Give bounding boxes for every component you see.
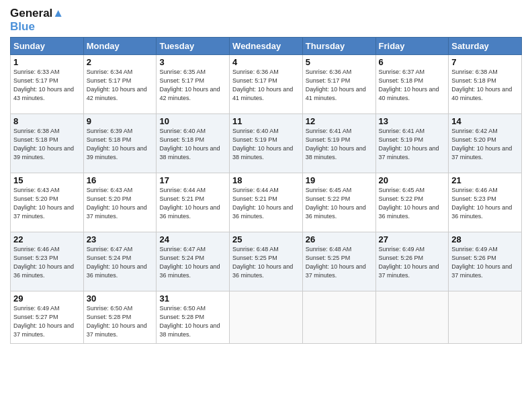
day-info: Sunrise: 6:45 AMSunset: 5:22 PMDaylight:… [379,186,446,221]
day-info: Sunrise: 6:34 AMSunset: 5:17 PMDaylight:… [87,68,154,103]
weekday-header: Saturday [449,38,522,55]
day-info: Sunrise: 6:47 AMSunset: 5:24 PMDaylight:… [159,245,226,280]
day-number: 17 [159,175,226,185]
day-info: Sunrise: 6:41 AMSunset: 5:19 PMDaylight:… [306,127,373,162]
day-number: 5 [306,57,373,67]
day-info: Sunrise: 6:45 AMSunset: 5:22 PMDaylight:… [306,186,373,221]
calendar-day-cell: 11Sunrise: 6:40 AMSunset: 5:19 PMDayligh… [230,114,303,173]
calendar-day-cell: 15Sunrise: 6:43 AMSunset: 5:20 PMDayligh… [11,173,84,232]
weekday-header: Tuesday [157,38,230,55]
day-number: 1 [13,57,81,67]
calendar-day-cell: 21Sunrise: 6:46 AMSunset: 5:23 PMDayligh… [449,173,522,232]
day-number: 26 [306,234,373,244]
day-info: Sunrise: 6:36 AMSunset: 5:17 PMDaylight:… [232,68,300,103]
calendar-day-cell: 10Sunrise: 6:40 AMSunset: 5:18 PMDayligh… [157,114,230,173]
day-info: Sunrise: 6:43 AMSunset: 5:20 PMDaylight:… [13,186,81,221]
day-info: Sunrise: 6:44 AMSunset: 5:21 PMDaylight:… [159,186,226,221]
day-info: Sunrise: 6:40 AMSunset: 5:18 PMDaylight:… [159,127,226,162]
calendar-week-row: 8Sunrise: 6:38 AMSunset: 5:18 PMDaylight… [11,114,522,173]
day-number: 30 [87,293,154,304]
calendar-day-cell [230,291,303,344]
day-info: Sunrise: 6:47 AMSunset: 5:24 PMDaylight:… [87,245,154,280]
day-number: 11 [232,116,300,126]
calendar-day-cell: 2Sunrise: 6:34 AMSunset: 5:17 PMDaylight… [83,55,157,114]
calendar-day-cell: 30Sunrise: 6:50 AMSunset: 5:28 PMDayligh… [83,291,157,344]
day-number: 31 [159,293,226,304]
calendar-day-cell: 14Sunrise: 6:42 AMSunset: 5:20 PMDayligh… [449,114,522,173]
calendar-day-cell: 1Sunrise: 6:33 AMSunset: 5:17 PMDaylight… [11,55,84,114]
calendar-day-cell: 19Sunrise: 6:45 AMSunset: 5:22 PMDayligh… [302,173,375,232]
day-info: Sunrise: 6:38 AMSunset: 5:18 PMDaylight:… [451,68,519,103]
day-number: 9 [87,116,154,126]
day-info: Sunrise: 6:49 AMSunset: 5:27 PMDaylight:… [13,304,81,339]
day-info: Sunrise: 6:48 AMSunset: 5:25 PMDaylight:… [306,245,373,280]
calendar-day-cell: 17Sunrise: 6:44 AMSunset: 5:21 PMDayligh… [157,173,230,232]
calendar-week-row: 15Sunrise: 6:43 AMSunset: 5:20 PMDayligh… [11,173,522,232]
calendar-day-cell: 12Sunrise: 6:41 AMSunset: 5:19 PMDayligh… [302,114,375,173]
weekday-header: Thursday [302,38,375,55]
calendar-day-cell: 28Sunrise: 6:49 AMSunset: 5:26 PMDayligh… [449,232,522,291]
calendar-day-cell [302,291,375,344]
weekday-header: Wednesday [230,38,303,55]
day-info: Sunrise: 6:46 AMSunset: 5:23 PMDaylight:… [13,245,81,280]
day-number: 21 [451,175,519,185]
weekday-header: Friday [375,38,449,55]
calendar-day-cell: 6Sunrise: 6:37 AMSunset: 5:18 PMDaylight… [375,55,449,114]
day-info: Sunrise: 6:33 AMSunset: 5:17 PMDaylight:… [13,68,81,103]
day-number: 18 [232,175,300,185]
day-info: Sunrise: 6:35 AMSunset: 5:17 PMDaylight:… [159,68,226,103]
calendar-day-cell: 13Sunrise: 6:41 AMSunset: 5:19 PMDayligh… [375,114,449,173]
day-number: 20 [379,175,446,185]
day-info: Sunrise: 6:36 AMSunset: 5:17 PMDaylight:… [306,68,373,103]
calendar-day-cell: 18Sunrise: 6:44 AMSunset: 5:21 PMDayligh… [230,173,303,232]
weekday-header: Monday [83,38,157,55]
day-info: Sunrise: 6:49 AMSunset: 5:26 PMDaylight:… [451,245,519,280]
logo: General▲ Blue [10,7,64,33]
day-number: 10 [159,116,226,126]
calendar-day-cell [449,291,522,344]
day-number: 28 [451,234,519,244]
calendar-day-cell: 27Sunrise: 6:49 AMSunset: 5:26 PMDayligh… [375,232,449,291]
day-number: 23 [87,234,154,244]
header: General▲ Blue [10,7,522,33]
day-number: 14 [451,116,519,126]
day-number: 2 [87,57,154,67]
calendar-table: SundayMondayTuesdayWednesdayThursdayFrid… [10,37,522,344]
calendar-day-cell: 16Sunrise: 6:43 AMSunset: 5:20 PMDayligh… [83,173,157,232]
day-info: Sunrise: 6:39 AMSunset: 5:18 PMDaylight:… [87,127,154,162]
day-number: 3 [159,57,226,67]
calendar-week-row: 29Sunrise: 6:49 AMSunset: 5:27 PMDayligh… [11,291,522,344]
calendar-day-cell: 25Sunrise: 6:48 AMSunset: 5:25 PMDayligh… [230,232,303,291]
day-number: 19 [306,175,373,185]
day-number: 8 [13,116,81,126]
calendar-day-cell: 7Sunrise: 6:38 AMSunset: 5:18 PMDaylight… [449,55,522,114]
calendar-day-cell: 24Sunrise: 6:47 AMSunset: 5:24 PMDayligh… [157,232,230,291]
calendar-day-cell: 26Sunrise: 6:48 AMSunset: 5:25 PMDayligh… [302,232,375,291]
day-number: 24 [159,234,226,244]
calendar-day-cell: 31Sunrise: 6:50 AMSunset: 5:28 PMDayligh… [157,291,230,344]
day-info: Sunrise: 6:50 AMSunset: 5:28 PMDaylight:… [159,304,226,339]
day-number: 25 [232,234,300,244]
logo-text: General▲ Blue [10,7,64,33]
day-number: 22 [13,234,81,244]
calendar-day-cell: 20Sunrise: 6:45 AMSunset: 5:22 PMDayligh… [375,173,449,232]
day-number: 16 [87,175,154,185]
calendar-day-cell: 3Sunrise: 6:35 AMSunset: 5:17 PMDaylight… [157,55,230,114]
day-info: Sunrise: 6:38 AMSunset: 5:18 PMDaylight:… [13,127,81,162]
calendar-day-cell: 5Sunrise: 6:36 AMSunset: 5:17 PMDaylight… [302,55,375,114]
calendar-week-row: 22Sunrise: 6:46 AMSunset: 5:23 PMDayligh… [11,232,522,291]
day-number: 27 [379,234,446,244]
day-info: Sunrise: 6:44 AMSunset: 5:21 PMDaylight:… [232,186,300,221]
day-number: 4 [232,57,300,67]
day-number: 29 [13,293,81,304]
day-info: Sunrise: 6:41 AMSunset: 5:19 PMDaylight:… [379,127,446,162]
calendar-week-row: 1Sunrise: 6:33 AMSunset: 5:17 PMDaylight… [11,55,522,114]
day-info: Sunrise: 6:37 AMSunset: 5:18 PMDaylight:… [379,68,446,103]
day-info: Sunrise: 6:43 AMSunset: 5:20 PMDaylight:… [87,186,154,221]
calendar-day-cell: 9Sunrise: 6:39 AMSunset: 5:18 PMDaylight… [83,114,157,173]
calendar-day-cell: 4Sunrise: 6:36 AMSunset: 5:17 PMDaylight… [230,55,303,114]
day-number: 12 [306,116,373,126]
weekday-header: Sunday [11,38,84,55]
calendar-day-cell: 29Sunrise: 6:49 AMSunset: 5:27 PMDayligh… [11,291,84,344]
day-info: Sunrise: 6:50 AMSunset: 5:28 PMDaylight:… [87,304,154,339]
